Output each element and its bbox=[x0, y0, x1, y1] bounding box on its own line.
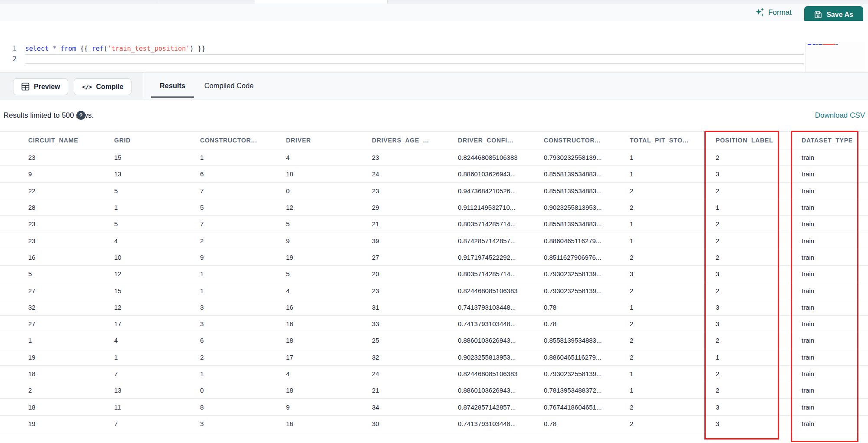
table-cell: 2 bbox=[712, 365, 798, 382]
table-cell: 0.7930232558139... bbox=[540, 365, 626, 382]
table-cell: train bbox=[798, 382, 868, 399]
preview-button[interactable]: Preview bbox=[13, 78, 68, 95]
table-cell: 20 bbox=[368, 266, 454, 282]
table-cell: 0.8860103626943... bbox=[454, 166, 540, 182]
table-cell: 32 bbox=[25, 299, 111, 315]
table-cell: 3 bbox=[197, 299, 283, 315]
table-row: 22570230.9473684210526...0.8558139534883… bbox=[0, 182, 868, 199]
table-row: 18714240.8244680851063830.7930232558139.… bbox=[0, 365, 868, 382]
table-cell: 21 bbox=[368, 382, 454, 399]
gutter-cell bbox=[0, 315, 25, 332]
compile-button[interactable]: </> Compile bbox=[74, 78, 132, 95]
table-cell: 5 bbox=[25, 266, 111, 282]
gutter-cell bbox=[0, 216, 25, 232]
code-token-plain: {{ bbox=[76, 45, 92, 53]
table-cell: 3 bbox=[712, 399, 798, 415]
table-cell: 8 bbox=[197, 399, 283, 415]
tab-results[interactable]: Results bbox=[151, 73, 194, 99]
column-header: TOTAL_PIT_STO... bbox=[626, 132, 712, 149]
column-header: DATASET_TYPE bbox=[798, 132, 868, 149]
table-row: 231514230.8244680851063830.7930232558139… bbox=[0, 149, 868, 166]
table-cell: 0.7930232558139... bbox=[540, 282, 626, 299]
table-cell: 9 bbox=[197, 249, 283, 265]
table-cell: 0.8511627906976... bbox=[540, 249, 626, 265]
table-cell: 1 bbox=[712, 349, 798, 365]
table-cell: 1 bbox=[626, 166, 712, 182]
table-row: 197316300.7413793103448...0.7823train bbox=[0, 415, 868, 432]
table-cell: 33 bbox=[368, 315, 454, 332]
code-editor[interactable]: 1 2 select * from {{ ref('train_test_pos… bbox=[0, 21, 868, 72]
compile-label: Compile bbox=[96, 83, 123, 91]
table-cell: 2 bbox=[626, 199, 712, 215]
table-cell: 2 bbox=[712, 249, 798, 265]
table-cell: 10 bbox=[111, 249, 197, 265]
table-header-row: CIRCUIT_NAMEGRIDCONSTRUCTOR...DRIVERDRIV… bbox=[0, 132, 868, 149]
table-cell: train bbox=[798, 266, 868, 282]
tab-compiled-code[interactable]: Compiled Code bbox=[197, 73, 260, 99]
format-button[interactable]: Format bbox=[756, 7, 792, 18]
table-cell: 0.9473684210526... bbox=[454, 182, 540, 199]
table-cell: 11 bbox=[111, 399, 197, 415]
table-cell: 5 bbox=[283, 216, 368, 232]
table-cell: 0.7813953488372... bbox=[540, 382, 626, 399]
format-label: Format bbox=[768, 8, 792, 17]
table-cell: 7 bbox=[197, 216, 283, 232]
table-cell: 1 bbox=[626, 216, 712, 232]
code-line[interactable]: select * from {{ ref('train_test_positio… bbox=[25, 44, 205, 53]
save-as-label: Save As bbox=[826, 11, 853, 19]
table-cell: 12 bbox=[111, 299, 197, 315]
table-cell: 7 bbox=[197, 182, 283, 199]
table-cell: 0.9112149532710... bbox=[454, 199, 540, 215]
gutter-cell bbox=[0, 249, 25, 265]
table-cell: 1 bbox=[712, 199, 798, 215]
active-line-highlight[interactable] bbox=[25, 54, 804, 64]
table-cell: 13 bbox=[111, 166, 197, 182]
table-cell: 16 bbox=[283, 299, 368, 315]
table-cell: 0.8860465116279... bbox=[540, 232, 626, 249]
download-csv-link[interactable]: Download CSV bbox=[815, 99, 865, 131]
column-header: GRID bbox=[111, 132, 197, 149]
table-cell: 2 bbox=[626, 332, 712, 349]
table-cell: 2 bbox=[197, 232, 283, 249]
gutter-cell bbox=[0, 365, 25, 382]
table-cell: 1 bbox=[626, 149, 712, 166]
table-cell: 0.8558139534883... bbox=[540, 166, 626, 182]
table-cell: train bbox=[798, 216, 868, 232]
table-cell: 17 bbox=[283, 349, 368, 365]
table-cell: 16 bbox=[25, 249, 111, 265]
table-cell: 18 bbox=[283, 166, 368, 182]
table-cell: 3 bbox=[197, 315, 283, 332]
help-icon[interactable]: ? bbox=[76, 111, 85, 120]
table-cell: 18 bbox=[283, 332, 368, 349]
table-cell: 0.9023255813953... bbox=[454, 349, 540, 365]
table-cell: 0.7413793103448... bbox=[454, 315, 540, 332]
table-cell: 0.7930232558139... bbox=[540, 266, 626, 282]
column-header: DRIVER bbox=[283, 132, 368, 149]
tab-divider bbox=[159, 0, 159, 3]
table-cell: 5 bbox=[111, 182, 197, 199]
table-cell: 3 bbox=[197, 415, 283, 432]
table-cell: 12 bbox=[111, 266, 197, 282]
minimap-code-line bbox=[808, 44, 838, 45]
line-number-1: 1 bbox=[9, 44, 16, 53]
results-info-bar: Results limited to 500 rows. ? Download … bbox=[0, 99, 868, 131]
gutter-cell bbox=[0, 282, 25, 299]
table-row: 51215200.8035714285714...0.7930232558139… bbox=[0, 266, 868, 282]
table-cell: 0.8742857142857... bbox=[454, 232, 540, 249]
table-cell: 18 bbox=[25, 365, 111, 382]
table-row: 181189340.8742857142857...0.767441860465… bbox=[0, 399, 868, 415]
table-cell: 13 bbox=[111, 382, 197, 399]
table-cell: 2 bbox=[712, 232, 798, 249]
active-file-tab[interactable] bbox=[255, 0, 388, 3]
table-cell: 12 bbox=[283, 199, 368, 215]
table-cell: 3 bbox=[712, 415, 798, 432]
ide-root: Format Save As 1 2 select * from {{ ref(… bbox=[0, 0, 868, 443]
table-cell: train bbox=[798, 365, 868, 382]
preview-label: Preview bbox=[34, 83, 60, 91]
gutter-cell bbox=[0, 266, 25, 282]
code-token-keyword: ref bbox=[92, 45, 104, 53]
table-cell: 7 bbox=[111, 365, 197, 382]
table-cell: 16 bbox=[283, 315, 368, 332]
table-cell: 3 bbox=[712, 266, 798, 282]
table-cell: 0.8860465116279... bbox=[540, 349, 626, 365]
